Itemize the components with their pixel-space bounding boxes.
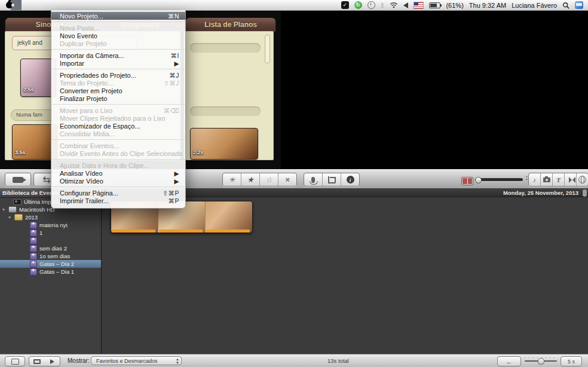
- disclosure-triangle-icon[interactable]: ▾: [1, 207, 6, 212]
- inspector-button[interactable]: i: [341, 173, 359, 186]
- event-item-icon: [30, 222, 37, 229]
- file-menu-item[interactable]: [52, 104, 185, 105]
- file-menu-item[interactable]: Economizador de Espaço...: [51, 122, 185, 130]
- voiceover-button[interactable]: [304, 173, 323, 186]
- screen-sharing-icon[interactable]: [575, 1, 583, 9]
- photo-browser-button[interactable]: [541, 173, 553, 186]
- hand-icon: ✳: [229, 176, 235, 184]
- menu-item-shortcut: ⌘P: [168, 197, 179, 204]
- shot-list-scrollbar[interactable]: [265, 35, 270, 63]
- event-item-icon: [30, 237, 37, 244]
- file-menu-item[interactable]: Ajustar Data e Hora do Clipe...: [51, 161, 185, 169]
- clip-thumbnail[interactable]: [206, 201, 252, 233]
- file-menu-item[interactable]: Novo Projeto... ⌘N: [51, 12, 185, 20]
- favorite-button[interactable]: ★: [241, 173, 260, 186]
- user-name-menu[interactable]: Luciana Fávero: [512, 2, 557, 9]
- maps-browser-button[interactable]: [577, 173, 588, 186]
- battery-icon[interactable]: [429, 2, 440, 8]
- file-menu-item[interactable]: Dividir Evento Antes do Clipe Selecionad…: [51, 149, 185, 157]
- event-library-item[interactable]: Gatas – Dia 2: [0, 260, 101, 268]
- file-menu-item[interactable]: Novo Evento: [51, 32, 185, 39]
- clock-label[interactable]: Thu 9:32 AM: [469, 2, 506, 9]
- tab-lista-de-planos[interactable]: Lista de Planos: [185, 17, 276, 32]
- clip-duration-button[interactable]: ←: [497, 356, 521, 366]
- file-menu-item[interactable]: [52, 159, 185, 160]
- file-menu-item[interactable]: Nova Pasta...: [51, 24, 185, 32]
- event-library-item[interactable]: [0, 237, 101, 244]
- file-menu-item[interactable]: Converter em Projeto: [51, 87, 185, 94]
- music-browser-button[interactable]: ♪: [529, 173, 541, 186]
- event-library-item[interactable]: ▾ 2013: [0, 213, 101, 221]
- unmark-button[interactable]: ☆: [260, 173, 278, 186]
- show-viewer-button[interactable]: [5, 356, 25, 366]
- file-menu-item[interactable]: Duplicar Projeto: [51, 39, 185, 47]
- menu-bar-item[interactable]: [86, 0, 97, 10]
- event-browser-scrollbar[interactable]: [583, 189, 587, 197]
- shot-list-clip-thumbnail[interactable]: 2.2s: [190, 128, 258, 160]
- titles-browser-button[interactable]: T: [553, 173, 565, 186]
- menu-bar-item[interactable]: [54, 0, 65, 10]
- camera-import-icon: [13, 177, 23, 183]
- status-menus: ✓ ↻ ᛒ (61%) Thu 9:32 AM Luciana Fávero: [341, 1, 588, 9]
- filmstrip-icon: [33, 359, 41, 364]
- file-menu-item[interactable]: Importar ▶: [51, 59, 185, 67]
- music-browser-icon: ♪: [533, 176, 537, 184]
- spotlight-icon[interactable]: [562, 2, 569, 9]
- file-menu-item[interactable]: Consolidar Mídia...: [51, 130, 185, 137]
- wifi-icon[interactable]: [390, 2, 398, 8]
- menu-item-shortcut: ⇧⌘J: [164, 79, 179, 87]
- crop-button[interactable]: [323, 173, 341, 186]
- filmstrip-view-button[interactable]: [29, 356, 45, 366]
- file-menu-item[interactable]: Importar da Câmera... ⌘I: [51, 51, 185, 59]
- event-library-item[interactable]: materia nyt: [0, 221, 101, 229]
- file-menu-item[interactable]: Mover para o Lixo ⌘⌫: [51, 106, 185, 114]
- file-menu-item[interactable]: [52, 22, 185, 22]
- total-duration-label: 13s total: [327, 354, 349, 367]
- play-button[interactable]: [44, 356, 60, 366]
- menu-item-shortcut: ⌘⌫: [164, 107, 179, 114]
- file-menu-item[interactable]: Finalizar Projeto: [51, 94, 185, 102]
- file-menu-item[interactable]: Imprimir Trailer... ⌘P: [51, 197, 185, 204]
- sync-icon[interactable]: ↻: [354, 1, 362, 9]
- event-item-icon: [8, 206, 17, 213]
- maps-browser-icon: [578, 176, 586, 184]
- thumbnail-size-slider[interactable]: [475, 178, 523, 181]
- us-flag-icon[interactable]: [414, 2, 424, 9]
- clip-zoom-slider[interactable]: [525, 360, 557, 362]
- file-menu-item[interactable]: [52, 49, 185, 50]
- menu-bar-item[interactable]: [22, 0, 32, 10]
- file-menu-item[interactable]: [52, 69, 185, 69]
- transitions-browser-button[interactable]: [565, 173, 577, 186]
- menu-bar-item[interactable]: [75, 0, 86, 10]
- hand-tool-button[interactable]: ✳: [223, 173, 241, 186]
- menu-item-label: Imprimir Trailer...: [60, 197, 109, 204]
- file-menu-item[interactable]: [52, 139, 185, 140]
- file-menu-item[interactable]: Propriedades do Projeto... ⌘J: [51, 71, 185, 79]
- menu-bar-item[interactable]: [43, 0, 54, 10]
- import-camera-button[interactable]: [5, 173, 31, 186]
- file-menu-item[interactable]: Mover Clipes Rejeitados para o Lixo: [51, 114, 185, 122]
- file-menu-item[interactable]: [52, 186, 185, 187]
- apple-logo-icon[interactable]: [6, 2, 13, 8]
- file-menu-item[interactable]: Otimizar Vídeo ▶: [51, 177, 185, 185]
- volume-icon[interactable]: [403, 2, 408, 8]
- event-library-item[interactable]: 1: [0, 229, 101, 237]
- bluetooth-icon[interactable]: ᛒ: [381, 2, 385, 9]
- swap-events-projects-icon: ⇆: [42, 174, 50, 185]
- file-menu-item[interactable]: Tema do Projeto... ⇧⌘J: [51, 79, 185, 87]
- file-menu-item[interactable]: Analisar Vídeo ▶: [51, 169, 185, 177]
- menu-bar-item[interactable]: [65, 0, 75, 10]
- show-filter-dropdown[interactable]: Favoritos e Desmarcados ▲▼: [91, 356, 182, 365]
- stepper-arrows-icon: ▲▼: [176, 357, 179, 365]
- event-library-item[interactable]: Gatas – Dia 1: [0, 268, 101, 276]
- event-library-item[interactable]: 1o sem dias: [0, 252, 101, 260]
- file-menu-item[interactable]: Combinar Eventos...: [51, 142, 185, 149]
- event-library-item[interactable]: sem dias 2: [0, 244, 101, 252]
- reject-button[interactable]: ×: [278, 173, 296, 186]
- disclosure-triangle-icon[interactable]: ▾: [7, 215, 12, 220]
- time-machine-icon[interactable]: [368, 1, 375, 9]
- menu-item-shortcut: ▶: [174, 170, 179, 177]
- file-menu-item[interactable]: Configurar Página... ⇧⌘P: [51, 189, 185, 197]
- checkmark-app-icon[interactable]: ✓: [341, 1, 349, 9]
- menu-bar-item[interactable]: [32, 0, 43, 10]
